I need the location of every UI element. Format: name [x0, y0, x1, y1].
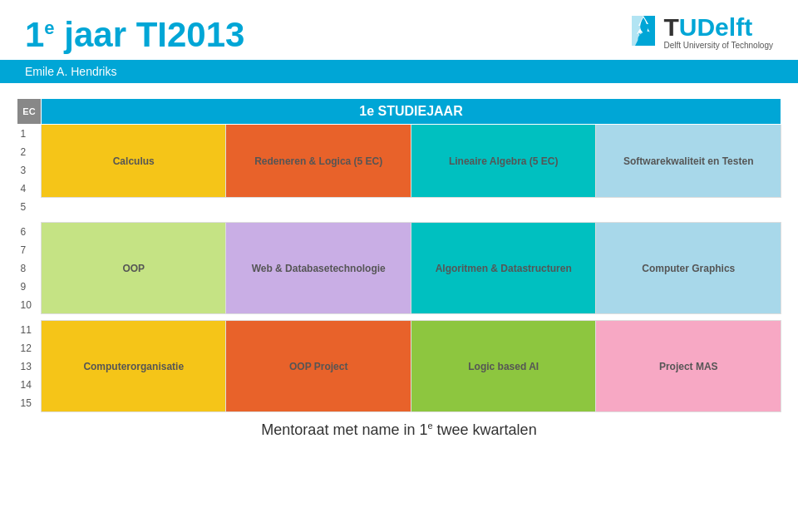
redeneren-label: Redeneren & Logica (5 EC) — [254, 155, 382, 167]
page-title: 1e jaar TI2013 — [25, 15, 244, 55]
oop-cell: OOP — [41, 223, 226, 314]
logo-subtitle: Delft University of Technology — [663, 41, 773, 50]
redeneren-cell: Redeneren & Logica (5 EC) — [226, 125, 411, 198]
ec-row-6: 6 OOP Web & Databasetechnologie Algoritm… — [17, 223, 781, 241]
study-grid: EC 1e STUDIEJAAR 1 Calculus Redeneren & … — [17, 98, 781, 412]
lineaire-cell: Lineaire Algebra (5 EC) — [411, 125, 596, 198]
oop-project-label: OOP Project — [289, 361, 347, 372]
ec-label: EC — [17, 99, 42, 125]
logo-text: TUDelft Delft University of Technology — [663, 15, 773, 50]
softwarekwaliteit-cell: Softwarekwaliteit en Testen — [596, 125, 781, 198]
ec-num-7: 7 — [17, 241, 42, 259]
computer-graphics-cell: Computer Graphics — [596, 223, 781, 314]
studiejaar-label: 1e STUDIEJAAR — [41, 99, 781, 125]
grid-header-row: EC 1e STUDIEJAAR — [17, 99, 781, 125]
logic-based-label: Logic based AI — [468, 361, 539, 372]
lineaire-label: Lineaire Algebra (5 EC) — [449, 155, 559, 167]
ec-num-9: 9 — [17, 278, 42, 296]
oop-project-cell: OOP Project — [226, 321, 411, 412]
ec-num-4: 4 — [17, 180, 42, 198]
algoritmen-cell: Algoritmen & Datastructuren — [411, 223, 596, 314]
logic-based-cell: Logic based AI — [411, 321, 596, 412]
ec-row-5: 5 — [17, 198, 781, 216]
computer-graphics-label: Computer Graphics — [642, 263, 735, 274]
ec-num-10: 10 — [17, 296, 42, 314]
ec-num-13: 13 — [17, 357, 42, 376]
ec-num-2: 2 — [17, 143, 42, 161]
ec-num-11: 11 — [17, 321, 42, 339]
ec-num-1: 1 — [17, 125, 42, 143]
footer-text-end: twee kwartalen — [433, 421, 537, 438]
tu-delft-name: TUDelft — [663, 15, 752, 40]
sep-row-2 — [17, 314, 781, 321]
main-content: EC 1e STUDIEJAAR 1 Calculus Redeneren & … — [0, 83, 798, 439]
project-mas-cell: Project MAS — [596, 321, 781, 412]
calculus-label: Calculus — [113, 155, 155, 167]
ec-num-5: 5 — [17, 198, 42, 216]
ec-num-15: 15 — [17, 394, 42, 412]
web-cell: Web & Databasetechnologie — [226, 223, 411, 314]
web-label: Web & Databasetechnologie — [252, 263, 386, 274]
ec-num-6: 6 — [17, 223, 42, 241]
author-bar: Emile A. Hendriks — [0, 60, 798, 83]
title-rest: jaar TI2013 — [55, 15, 245, 54]
sep-row-1 — [17, 216, 781, 223]
oop-label: OOP — [122, 263, 145, 274]
computerorganisatie-cell: Computerorganisatie — [41, 321, 226, 412]
tu-flame-icon — [632, 16, 655, 46]
ec-num-12: 12 — [17, 339, 42, 357]
computerorganisatie-label: Computerorganisatie — [83, 361, 184, 372]
logo: TUDelft Delft University of Technology — [632, 15, 773, 50]
softwarekwaliteit-label: Softwarekwaliteit en Testen — [623, 155, 754, 167]
footer-text-start: Mentoraat met name in 1 — [261, 421, 427, 438]
ec-num-3: 3 — [17, 161, 42, 180]
calculus-cell: Calculus — [41, 125, 226, 198]
header: 1e jaar TI2013 TUDelft Delft University … — [0, 0, 798, 55]
ec-num-8: 8 — [17, 259, 42, 278]
author-name: Emile A. Hendriks — [25, 65, 116, 78]
ec-num-14: 14 — [17, 376, 42, 394]
algoritmen-label: Algoritmen & Datastructuren — [436, 263, 572, 274]
superscript-e: e — [44, 17, 54, 38]
ec-row-1: 1 Calculus Redeneren & Logica (5 EC) Lin… — [17, 125, 781, 143]
ec-row-11: 11 Computerorganisatie OOP Project Logic… — [17, 321, 781, 339]
project-mas-label: Project MAS — [659, 361, 718, 372]
footer-text: Mentoraat met name in 1e twee kwartalen — [17, 421, 781, 439]
